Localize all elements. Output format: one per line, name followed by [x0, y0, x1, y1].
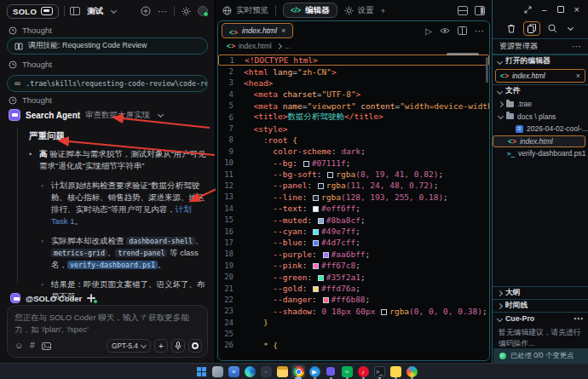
cuepro-status-bar[interactable]: 已处理 0/0 个变更点: [493, 348, 588, 363]
task-view[interactable]: [210, 365, 224, 378]
model-selector[interactable]: GPT-5.4: [107, 339, 151, 353]
chevron-down-icon[interactable]: [111, 7, 117, 13]
layout-right-icon[interactable]: [475, 6, 485, 15]
thought-item[interactable]: Thought: [9, 26, 52, 35]
red-music-app[interactable]: ♪: [356, 365, 370, 378]
section-cuepro[interactable]: Cue-Pro ⋯: [493, 312, 588, 324]
tree-item[interactable]: <>index.html: [493, 135, 585, 148]
gear-icon[interactable]: [182, 7, 191, 16]
code-line[interactable]: 7 <style>: [218, 123, 489, 134]
account-avatar[interactable]: [198, 6, 208, 16]
section-files[interactable]: 文件: [493, 84, 588, 97]
more-icon[interactable]: ⋯: [475, 26, 484, 36]
close-window-icon[interactable]: ×: [574, 4, 579, 14]
file-path-pill[interactable]: ∞ .trae\skills\requesting-code-review\co…: [7, 75, 208, 92]
code-line[interactable]: 14 --text: #eff6ff;: [218, 203, 489, 214]
code-line[interactable]: 21 --gold: #ffd76a;: [218, 283, 489, 294]
workspace-tab[interactable]: 测试: [87, 6, 103, 17]
code-line[interactable]: 15 --muted: #8ba8cf;: [218, 214, 489, 225]
chevron-down-icon[interactable]: [158, 111, 164, 117]
tab-live-preview[interactable]: 实时预览: [222, 5, 268, 16]
section-open-editors[interactable]: 打开的编辑器: [493, 55, 588, 67]
more-icon[interactable]: ⋯: [574, 314, 583, 324]
green-dev-app[interactable]: ‹›: [340, 365, 354, 378]
emoji-icon[interactable]: ☺: [14, 342, 23, 350]
code-line[interactable]: 10 --bg: #07111f;: [218, 158, 489, 169]
split-horizontal-icon[interactable]: [458, 6, 468, 15]
restore-layout-icon[interactable]: [524, 6, 532, 14]
tree-item[interactable]: ≡2026-04-02-cool-...: [493, 123, 588, 135]
code-line[interactable]: 3<head>: [218, 78, 489, 89]
code-area[interactable]: 1<!DOCTYPE html>2<html lang="zh-CN">3<he…: [218, 52, 489, 351]
code-line[interactable]: 23 --shadow: 0 18px 60px rgba(0, 0, 0, 0…: [218, 306, 489, 317]
colorful-app[interactable]: [405, 365, 418, 378]
dark-window-app[interactable]: ▫: [259, 365, 273, 378]
blue-player-app[interactable]: ▶: [308, 365, 321, 378]
code-line[interactable]: 1<!DOCTYPE html>: [218, 55, 489, 66]
code-line[interactable]: 17 --blue: #4d7cff;: [218, 237, 489, 248]
file-explorer[interactable]: [275, 365, 289, 378]
horizontal-scrollbar[interactable]: [447, 53, 479, 55]
close-icon[interactable]: ×: [576, 72, 580, 80]
chevron-down-icon[interactable]: [567, 25, 573, 31]
code-line[interactable]: 13 --line: rgba(128, 193, 255, 0.18);: [218, 192, 489, 203]
agent-header[interactable]: Search Agent 审查数据大屏实现: [9, 109, 164, 121]
code-line[interactable]: 19 --pink: #ff67c8;: [218, 260, 489, 271]
code-line[interactable]: 20 --green: #35f2a1;: [218, 271, 489, 282]
thought-item[interactable]: Thought: [9, 95, 52, 105]
tree-item[interactable]: .trae: [493, 98, 588, 111]
skill-pill[interactable]: 调用技能: Requesting Code Review: [7, 37, 208, 55]
code-line[interactable]: 5 <meta name="viewport" content="width=d…: [218, 100, 489, 112]
solo-brand[interactable]: SOLO: [7, 4, 59, 19]
trash-icon[interactable]: [507, 24, 516, 33]
code-line[interactable]: 22 --danger: #ff6b88;: [218, 294, 489, 305]
image-icon[interactable]: [42, 342, 51, 350]
preview-eye-icon[interactable]: [440, 27, 450, 34]
code-line[interactable]: 18 --purple: #aa6bff;: [218, 249, 489, 260]
thought-item[interactable]: Thought: [9, 60, 52, 69]
search-icon[interactable]: [548, 24, 557, 33]
tree-item[interactable]: >_verify-dashboard.ps1: [493, 147, 588, 160]
hash-icon[interactable]: #: [30, 342, 35, 350]
section-outline[interactable]: 大纲: [493, 286, 588, 299]
code-line[interactable]: 6 <title>数据分析驾驶舱</title>: [218, 112, 489, 123]
tree-item[interactable]: docs \ plans: [493, 111, 588, 123]
add-context-button[interactable]: +: [154, 339, 168, 353]
new-tab-button[interactable]: +: [381, 6, 386, 15]
code-line[interactable]: 11 --bg-soft: rgba(8, 19, 41, 0.82);: [218, 169, 489, 180]
code-line[interactable]: 26 * {: [218, 340, 489, 351]
code-line[interactable]: 16 --cyan: #49e7ff;: [218, 226, 489, 237]
split-editor-icon[interactable]: [458, 26, 467, 35]
new-chat-icon[interactable]: [141, 6, 151, 16]
section-timeline[interactable]: 时间线: [493, 299, 588, 312]
tab-settings[interactable]: 设置: [344, 5, 374, 16]
purple-app[interactable]: [324, 365, 337, 378]
files-view-icon[interactable]: [523, 21, 540, 36]
code-line[interactable]: 8 :root {: [218, 135, 489, 146]
code-line[interactable]: 9 color-scheme: dark;: [218, 146, 489, 157]
chrome-browser[interactable]: [291, 365, 305, 378]
sticky-notes-app[interactable]: [389, 365, 402, 378]
minimize-icon[interactable]: –: [542, 5, 547, 14]
script-chip[interactable]: verify-dashboard.ps1: [67, 261, 158, 269]
maximize-icon[interactable]: [557, 6, 564, 13]
panel-layout-icon[interactable]: [70, 7, 80, 15]
code-line[interactable]: 2<html lang="zh-CN">: [218, 66, 489, 77]
file-tab-index-html[interactable]: <> index.html ×: [222, 23, 293, 38]
more-icon[interactable]: ⋯: [158, 7, 167, 16]
run-icon[interactable]: ▷: [425, 26, 432, 36]
open-editor-item[interactable]: <> index.html ×: [495, 69, 585, 83]
code-line[interactable]: 25: [218, 328, 489, 339]
vertical-scrollbar[interactable]: [486, 57, 488, 83]
code-line[interactable]: 12 --panel: rgba(11, 24, 48, 0.72);: [218, 180, 489, 191]
close-tab-icon[interactable]: ×: [281, 26, 285, 35]
tab-editor[interactable]: </> 编辑器: [283, 3, 337, 18]
terminal-app[interactable]: >_: [372, 365, 386, 378]
voice-mode-button[interactable]: [188, 339, 202, 353]
windows-start[interactable]: [194, 365, 208, 378]
code-line[interactable]: 24 }: [218, 317, 489, 328]
code-line[interactable]: 4 <meta charset="UTF-8">: [218, 89, 489, 100]
mic-button[interactable]: [171, 339, 185, 353]
more-icon[interactable]: ⋯: [572, 42, 581, 51]
blue-doc-app[interactable]: ≡: [227, 365, 240, 378]
